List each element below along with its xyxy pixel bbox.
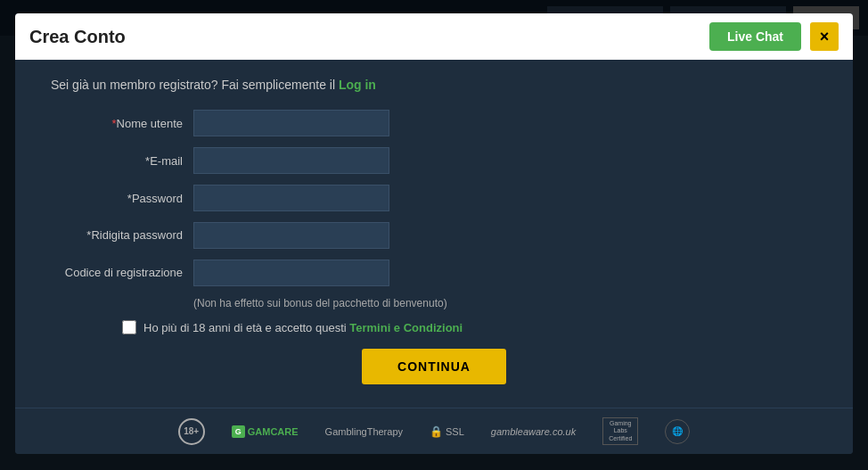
gambling-therapy-badge: GamblingTherapy — [325, 426, 403, 437]
close-button[interactable]: × — [810, 22, 839, 51]
username-label: *Nome utente — [51, 117, 193, 130]
modal-title: Crea Conto — [29, 27, 126, 47]
username-field[interactable] — [193, 110, 389, 136]
live-chat-button[interactable]: Live Chat — [709, 22, 801, 51]
continua-button[interactable]: CONTINUA — [362, 349, 506, 384]
already-member-text: Sei già un membro registrato? Fai sempli… — [51, 78, 817, 92]
password-label: *Password — [51, 192, 193, 205]
age18-badge: 18+ — [178, 418, 205, 445]
terms-checkbox[interactable] — [122, 320, 136, 334]
lock-icon: 🔒 — [430, 425, 443, 438]
retype-password-row: *Ridigita password — [51, 222, 817, 249]
retype-password-field[interactable] — [193, 222, 389, 249]
terms-link[interactable]: Termini e Condizioni — [349, 321, 463, 334]
registration-code-field[interactable] — [193, 260, 389, 286]
email-label: *E-mail — [51, 154, 193, 168]
email-row: *E-mail — [51, 147, 817, 174]
ssl-badge: 🔒 SSL — [430, 425, 464, 438]
modal-footer: 18+ G GAMCARE GamblingTherapy 🔒 SSL gamb… — [15, 408, 853, 454]
gamcare-badge: G GAMCARE — [232, 425, 299, 438]
modal: Crea Conto Live Chat × Sei già un membro… — [15, 13, 853, 454]
terms-label: Ho più di 18 anni di età e accetto quest… — [143, 321, 463, 334]
gamble-aware-badge: gambleaware.co.uk — [491, 426, 576, 437]
password-row: *Password — [51, 185, 817, 211]
registration-code-label: Codice di registrazione — [51, 266, 193, 281]
registration-code-row: Codice di registrazione — [51, 260, 817, 286]
globe-badge: 🌐 — [665, 419, 690, 444]
terms-checkbox-row: Ho più di 18 anni di età e accetto quest… — [122, 320, 817, 334]
login-link[interactable]: Log in — [339, 78, 376, 92]
gaming-labs-badge: Gaming Labs Certified — [602, 417, 638, 445]
modal-header-actions: Live Chat × — [709, 22, 839, 51]
username-row: *Nome utente — [51, 110, 817, 136]
modal-header: Crea Conto Live Chat × — [15, 13, 853, 60]
email-field[interactable] — [193, 147, 389, 174]
modal-body: Sei già un membro registrato? Fai sempli… — [15, 60, 853, 408]
retype-password-label: *Ridigita password — [51, 228, 193, 243]
password-field[interactable] — [193, 185, 389, 211]
registration-code-note: (Non ha effetto sui bonus del pacchetto … — [193, 297, 817, 309]
